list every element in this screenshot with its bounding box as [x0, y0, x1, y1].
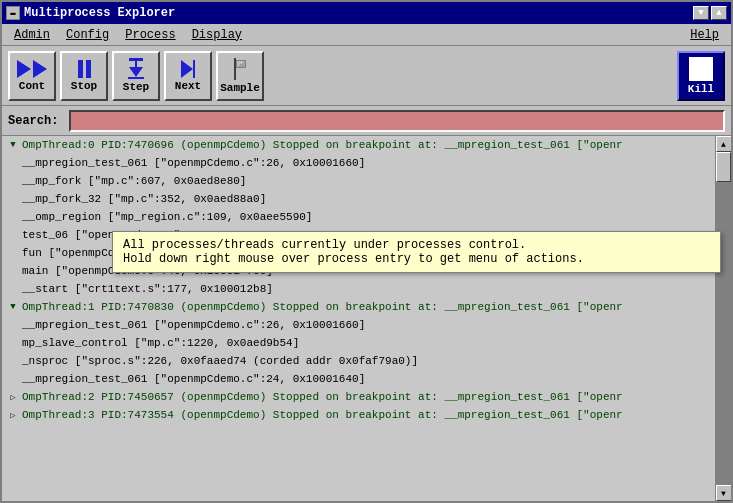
menu-admin[interactable]: Admin	[6, 26, 58, 44]
stack-item-row[interactable]: _nsproc ["sproc.s":226, 0x0faaed74 (cord…	[2, 352, 715, 370]
thread-header-row[interactable]: ▼OmpThread:1 PID:7470830 (openmpCdemo) S…	[2, 298, 715, 316]
stack-item-row[interactable]: mp_slave_control ["mp.c":1220, 0x0aed9b5…	[2, 334, 715, 352]
stack-item-row[interactable]: __mpregion_test_061 ["openmpCdemo.c":24,…	[2, 370, 715, 388]
scrollbar-thumb[interactable]	[716, 152, 731, 182]
step-label: Step	[123, 81, 149, 93]
main-window: ▬ Multiprocess Explorer ▼ ▲ Admin Config…	[0, 0, 733, 503]
stack-item-row[interactable]: __mpregion_test_061 ["openmpCdemo.c":26,…	[2, 154, 715, 172]
menu-display[interactable]: Display	[184, 26, 250, 44]
maximize-button[interactable]: ▲	[711, 6, 727, 20]
expand-arrow-icon: ▷	[6, 390, 20, 404]
minimize-button[interactable]: ▼	[693, 6, 709, 20]
window-icon[interactable]: ▬	[6, 6, 20, 20]
scroll-up-button[interactable]: ▲	[716, 136, 732, 152]
kill-button[interactable]: Kill	[677, 51, 725, 101]
stack-item-row[interactable]: __omp_region ["mp_region.c":109, 0x0aee5…	[2, 208, 715, 226]
cont-icon	[17, 60, 47, 78]
stack-item-row[interactable]: __start ["crt1text.s":177, 0x100012b8]	[2, 280, 715, 298]
collapse-arrow-icon: ▼	[6, 300, 20, 314]
cont-button[interactable]: Cont	[8, 51, 56, 101]
thread-header-text: OmpThread:2 PID:7450657 (openmpCdemo) St…	[22, 391, 623, 403]
stack-item-row[interactable]: __mp_fork ["mp.c":607, 0x0aed8e80]	[2, 172, 715, 190]
stop-icon	[78, 60, 91, 78]
thread-header-text: OmpThread:1 PID:7470830 (openmpCdemo) St…	[22, 301, 623, 313]
menu-bar: Admin Config Process Display Help	[2, 24, 731, 46]
tooltip: All processes/threads currently under pr…	[112, 231, 721, 273]
stack-item-row[interactable]: __mpregion_test_061 ["openmpCdemo.c":26,…	[2, 316, 715, 334]
title-buttons: ▼ ▲	[693, 6, 727, 20]
next-label: Next	[175, 80, 201, 92]
step-icon	[128, 58, 144, 79]
kill-label: Kill	[688, 83, 714, 95]
next-icon	[181, 60, 195, 78]
process-list[interactable]: ▼OmpThread:0 PID:7470696 (openmpCdemo) S…	[2, 136, 715, 501]
expand-arrow-icon: ▷	[6, 408, 20, 422]
collapse-arrow-icon: ▼	[6, 138, 20, 152]
scrollbar-track[interactable]	[716, 152, 731, 485]
thread-header-row[interactable]: ▷OmpThread:2 PID:7450657 (openmpCdemo) S…	[2, 388, 715, 406]
scroll-down-button[interactable]: ▼	[716, 485, 732, 501]
menu-help[interactable]: Help	[682, 26, 727, 44]
toolbar: Cont Stop Step	[2, 46, 731, 106]
tooltip-line2: Hold down right mouse over process entry…	[123, 252, 584, 266]
sample-icon	[230, 58, 250, 80]
search-bar: Search:	[2, 106, 731, 136]
sample-label: Sample	[220, 82, 260, 94]
scrollbar: ▲ ▼	[715, 136, 731, 501]
sample-button[interactable]: Sample	[216, 51, 264, 101]
search-label: Search:	[8, 114, 63, 128]
thread-header-row[interactable]: ▼OmpThread:0 PID:7470696 (openmpCdemo) S…	[2, 136, 715, 154]
step-button[interactable]: Step	[112, 51, 160, 101]
stack-item-row[interactable]: __mp_fork_32 ["mp.c":352, 0x0aed88a0]	[2, 190, 715, 208]
next-button[interactable]: Next	[164, 51, 212, 101]
stop-button[interactable]: Stop	[60, 51, 108, 101]
cont-label: Cont	[19, 80, 45, 92]
search-input[interactable]	[69, 110, 725, 132]
menu-config[interactable]: Config	[58, 26, 117, 44]
tooltip-line1: All processes/threads currently under pr…	[123, 238, 526, 252]
thread-header-text: OmpThread:3 PID:7473554 (openmpCdemo) St…	[22, 409, 623, 421]
thread-header-text: OmpThread:0 PID:7470696 (openmpCdemo) St…	[22, 139, 623, 151]
title-bar-left: ▬ Multiprocess Explorer	[6, 6, 175, 20]
title-bar: ▬ Multiprocess Explorer ▼ ▲	[2, 2, 731, 24]
stop-label: Stop	[71, 80, 97, 92]
main-content: ▼OmpThread:0 PID:7470696 (openmpCdemo) S…	[2, 136, 731, 501]
kill-icon	[689, 57, 713, 81]
thread-header-row[interactable]: ▷OmpThread:3 PID:7473554 (openmpCdemo) S…	[2, 406, 715, 424]
menu-process[interactable]: Process	[117, 26, 183, 44]
window-title: Multiprocess Explorer	[24, 6, 175, 20]
